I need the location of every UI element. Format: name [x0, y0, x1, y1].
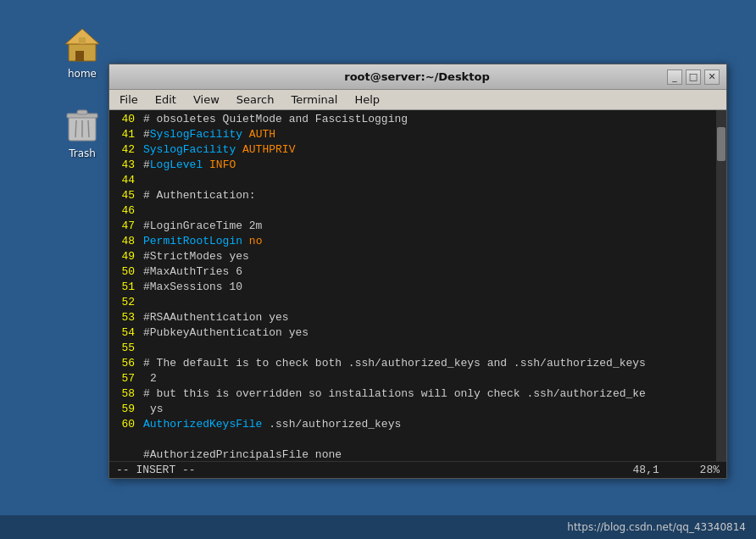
home-desktop-icon[interactable]: home — [53, 24, 112, 80]
code-line-59 — [143, 432, 713, 447]
maximize-button[interactable]: □ — [686, 69, 701, 85]
minimize-button[interactable]: _ — [667, 69, 682, 85]
svg-rect-1 — [75, 51, 84, 61]
menu-terminal[interactable]: Terminal — [284, 92, 344, 108]
home-icon-image — [62, 24, 103, 64]
home-icon-label: home — [68, 68, 97, 80]
menu-bar: File Edit View Search Terminal Help — [109, 90, 726, 110]
svg-rect-3 — [79, 37, 86, 44]
code-area: 40 41 42 43 44 45 46 47 48 49 50 51 52 5… — [109, 110, 726, 461]
code-line-60: #AuthorizedPrincipalsFile none — [143, 447, 713, 461]
code-line-51: #MaxSessions 10 — [143, 280, 713, 295]
cursor-pos-value: 48,1 — [633, 464, 659, 476]
code-line-45: # Authentication: — [143, 188, 713, 203]
menu-file[interactable]: File — [113, 92, 145, 108]
code-line-54: #PubkeyAuthentication yes — [143, 325, 713, 341]
menu-view[interactable]: View — [186, 92, 226, 108]
scroll-percent: 28% — [700, 464, 720, 476]
menu-edit[interactable]: Edit — [148, 92, 183, 108]
code-line-53: #RSAAuthentication yes — [143, 310, 713, 325]
code-line-49: #StrictModes yes — [143, 249, 713, 264]
window-title: root@server:~/Desktop — [167, 70, 667, 83]
menu-help[interactable]: Help — [347, 92, 386, 108]
code-line-50: #MaxAuthTries 6 — [143, 264, 713, 280]
code-line-44 — [143, 173, 713, 188]
code-line-42: SyslogFacility AUTHPRIV — [143, 142, 713, 158]
desktop: home Trash root@server:~/Desktop — [0, 0, 756, 539]
insert-mode: -- INSERT -- — [116, 464, 196, 476]
cursor-position: 48,1 28% — [633, 464, 720, 476]
taskbar: https://blog.csdn.net/qq_43340814 — [0, 515, 756, 539]
window-controls: _ □ ✕ — [667, 69, 720, 85]
menu-search[interactable]: Search — [230, 92, 281, 108]
code-line-43: #LogLevel INFO — [143, 158, 713, 173]
code-line-40: # obsoletes QuietMode and FascistLogging — [143, 112, 713, 127]
code-line-41: #SyslogFacility AUTH — [143, 127, 713, 142]
code-line-57b: ys — [143, 402, 713, 417]
code-line-55 — [143, 341, 713, 356]
svg-line-5 — [75, 120, 76, 137]
code-lines[interactable]: # obsoletes QuietMode and FascistLogging… — [140, 110, 716, 461]
code-line-58: AuthorizedKeysFile .ssh/authorized_keys — [143, 417, 713, 432]
line-numbers: 40 41 42 43 44 45 46 47 48 49 50 51 52 5… — [109, 110, 140, 461]
status-bar: -- INSERT -- 48,1 28% — [109, 461, 726, 478]
close-button[interactable]: ✕ — [704, 69, 720, 85]
code-line-48: PermitRootLogin no — [143, 234, 713, 249]
code-line-46 — [143, 203, 713, 219]
title-bar: root@server:~/Desktop _ □ ✕ — [109, 64, 726, 90]
scrollbar[interactable] — [716, 110, 726, 461]
svg-rect-9 — [77, 110, 87, 114]
code-line-47: #LoginGraceTime 2m — [143, 219, 713, 234]
svg-line-7 — [88, 120, 89, 137]
code-line-57: # but this is overridden so installation… — [143, 386, 713, 402]
trash-icon-image — [62, 103, 103, 144]
scroll-thumb[interactable] — [717, 127, 725, 161]
code-line-56: # The default is to check both .ssh/auth… — [143, 356, 713, 371]
taskbar-url: https://blog.csdn.net/qq_43340814 — [567, 521, 746, 533]
code-line-56b: 2 — [143, 371, 713, 386]
trash-desktop-icon[interactable]: Trash — [53, 103, 112, 159]
trash-icon-label: Trash — [69, 147, 96, 159]
terminal-window: root@server:~/Desktop _ □ ✕ File Edit Vi… — [108, 64, 727, 479]
code-line-52 — [143, 295, 713, 310]
